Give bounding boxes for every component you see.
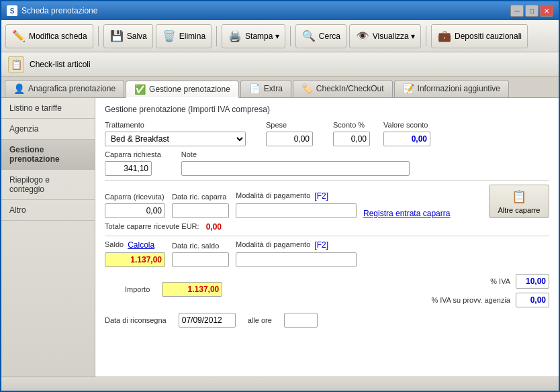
data-riconsegna-row: Data di riconsegna alle ore: [105, 313, 549, 328]
salva-icon: 💾: [109, 29, 124, 44]
alle-ore-label: alle ore: [248, 316, 272, 324]
modalita-caparra-input[interactable]: [236, 203, 357, 218]
tab-informazioni[interactable]: 📝 Informazioni aggiuntive: [394, 80, 509, 97]
sidebar-item-riepilogo[interactable]: Riepilogo e conteggio: [1, 170, 95, 200]
altre-caparre-icon: 📋: [512, 189, 526, 204]
tabs-row: 👤 Anagrafica prenotazione ✅ Gestione pre…: [1, 77, 559, 98]
window-title: Scheda prenotazione: [21, 6, 97, 15]
app-icon: S: [7, 5, 17, 16]
visualizza-icon: 👁️: [355, 29, 370, 44]
caparra-richiesta-input[interactable]: [105, 161, 152, 176]
totale-caparre-value: 0,00: [206, 222, 222, 232]
tab-checkinout-icon: 🏷️: [301, 83, 313, 94]
tab-anagrafica[interactable]: 👤 Anagrafica prenotazione: [5, 80, 124, 97]
data-ric-caparra-group: Data ric. caparra: [172, 193, 229, 218]
trattamento-row: Trattamento Bed & Breakfast Solo pernott…: [105, 121, 549, 146]
totale-caparre-row: Totale caparre ricevute EUR: 0,00: [105, 222, 549, 232]
altre-caparre-button[interactable]: 📋 Altre caparre: [489, 185, 549, 218]
title-bar: S Scheda prenotazione ─ □ ✕: [1, 1, 559, 20]
data-riconsegna-input[interactable]: [179, 313, 236, 328]
sconto-input[interactable]: [333, 132, 370, 146]
trattamento-select[interactable]: Bed & Breakfast Solo pernottamento Mezza…: [105, 132, 246, 146]
data-ric-saldo-input[interactable]: [172, 252, 229, 267]
stampa-button[interactable]: 🖨️ Stampa ▾: [222, 24, 285, 48]
tab-gestione-icon: ✅: [134, 84, 146, 95]
tab-anagrafica-icon: 👤: [13, 83, 25, 94]
checklist-icon: 📋: [8, 56, 24, 72]
sidebar-item-agenzia[interactable]: Agenzia: [1, 119, 95, 140]
sidebar-item-gestione[interactable]: Gestione prenotazione: [1, 140, 95, 170]
separator-1: [105, 180, 549, 181]
importo-label: Importo: [125, 285, 150, 293]
cerca-icon: 🔍: [301, 29, 316, 44]
data-ric-saldo-group: Data ric. saldo: [172, 242, 229, 267]
calcola-link[interactable]: Calcola: [128, 240, 154, 250]
iva-percent-input[interactable]: [516, 274, 549, 289]
sidebar-item-listino[interactable]: Listino e tariffe: [1, 98, 95, 119]
iva-provv-input[interactable]: [516, 293, 549, 307]
depositi-icon: 💼: [437, 29, 452, 44]
iva-provv-label: % IVA su provv. agenzia: [431, 296, 510, 304]
importo-row: Importo % IVA % IVA su provv. agenzia: [105, 271, 549, 307]
content-title: Gestione prenotazione (Importi IVA compr…: [105, 105, 549, 114]
modalita-caparra-label: Modalità di pagamento [F2]: [236, 191, 357, 201]
sconto-group: Sconto %: [333, 121, 370, 146]
modalita-saldo-group: Modalità di pagamento [F2]: [236, 240, 357, 267]
alle-ore-input[interactable]: [284, 313, 318, 328]
visualizza-button[interactable]: 👁️ Visualizza ▾: [349, 24, 421, 48]
tab-extra-icon: 📄: [249, 83, 261, 94]
valore-sconto-group: Valore sconto: [383, 121, 430, 146]
cerca-button[interactable]: 🔍 Cerca: [295, 24, 346, 48]
salva-button[interactable]: 💾 Salva: [103, 24, 153, 48]
saldo-row: Saldo Calcola Data ric. saldo Modalità d…: [105, 240, 549, 267]
main-area: Listino e tariffe Agenzia Gestione preno…: [1, 98, 559, 377]
saldo-input[interactable]: [105, 252, 165, 267]
caparra-ricevuta-row: Caparra (ricevuta) Data ric. caparra Mod…: [105, 185, 549, 218]
caparra-richiesta-group: Caparra richiesta: [105, 150, 161, 176]
iva-percent-label: % IVA: [490, 277, 510, 285]
caparra-ricevuta-input[interactable]: [105, 203, 165, 218]
tab-gestione[interactable]: ✅ Gestione prenotazione: [126, 81, 239, 98]
modalita-saldo-input[interactable]: [236, 252, 357, 267]
note-label: Note: [181, 150, 410, 158]
registra-group: Registra entrata caparra: [363, 209, 450, 218]
elimina-icon: 🗑️: [162, 29, 177, 44]
valore-sconto-input[interactable]: [383, 132, 430, 146]
sidebar-item-altro[interactable]: Altro: [1, 200, 95, 221]
elimina-button[interactable]: 🗑️ Elimina: [156, 24, 212, 48]
note-input[interactable]: [181, 161, 410, 176]
caparra-richiesta-row: Caparra richiesta Note: [105, 150, 549, 176]
tab-checkinout[interactable]: 🏷️ CheckIn/CheckOut: [293, 80, 393, 97]
stampa-icon: 🖨️: [228, 29, 242, 44]
saldo-label: Saldo: [105, 240, 124, 250]
depositi-button[interactable]: 💼 Depositi cauzionali: [431, 24, 528, 48]
separator-2: [216, 26, 217, 46]
totale-caparre-label: Totale caparre ricevute EUR:: [105, 222, 199, 230]
caparra-ricevuta-label: Caparra (ricevuta): [105, 193, 165, 201]
toolbar: ✏️ Modifica scheda 💾 Salva 🗑️ Elimina 🖨️…: [1, 20, 559, 52]
maximize-button[interactable]: □: [525, 5, 539, 17]
importo-input[interactable]: [162, 282, 222, 297]
saldo-group: Saldo Calcola: [105, 240, 165, 267]
registra-link[interactable]: Registra entrata caparra: [363, 209, 450, 218]
note-group: Note: [181, 150, 410, 176]
tab-extra[interactable]: 📄 Extra: [240, 80, 291, 97]
status-bar: [1, 377, 559, 392]
modifica-icon: ✏️: [11, 29, 26, 44]
data-riconsegna-label: Data di riconsegna: [105, 316, 167, 324]
checklist-label: Check-list articoli: [30, 60, 91, 69]
f2-saldo-link[interactable]: [F2]: [314, 240, 328, 250]
modalita-caparra-group: Modalità di pagamento [F2]: [236, 191, 357, 218]
f2-caparra-link[interactable]: [F2]: [314, 191, 328, 201]
spese-group: Spese: [266, 121, 313, 146]
data-ric-saldo-label: Data ric. saldo: [172, 242, 229, 250]
trattamento-group: Trattamento Bed & Breakfast Solo pernott…: [105, 121, 246, 146]
data-ric-caparra-input[interactable]: [172, 203, 229, 218]
valore-sconto-label: Valore sconto: [383, 121, 430, 129]
minimize-button[interactable]: ─: [510, 5, 524, 17]
modalita-saldo-label: Modalità di pagamento: [236, 240, 310, 250]
iva-provv-row: % IVA su provv. agenzia: [431, 293, 549, 307]
spese-input[interactable]: [266, 132, 313, 146]
close-button[interactable]: ✕: [540, 5, 553, 17]
modifica-button[interactable]: ✏️ Modifica scheda: [5, 24, 93, 48]
